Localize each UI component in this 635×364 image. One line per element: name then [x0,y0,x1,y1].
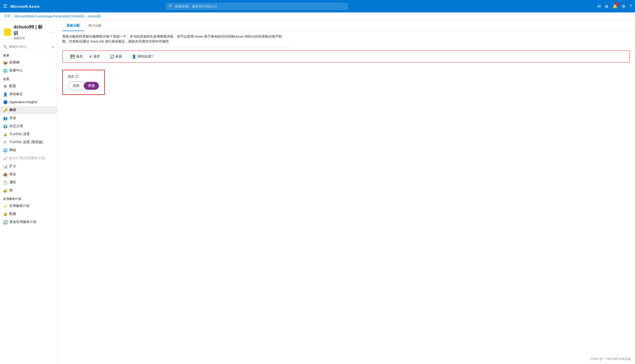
sidebar-item-deploy-slot[interactable]: 📦 部署槽 [0,59,57,67]
sidebar-search-input[interactable] [9,45,50,48]
breadcrumb-current[interactable]: dchuio99 [88,15,101,18]
sidebar-item-label: 部署槽 [9,60,19,65]
description-text: 系统分配的托管标识被限制为每个资源一个，并与此资源的生命周期相关联。你可以使用 … [57,31,291,47]
sidebar-item-label: 更改应用服务计划 [9,220,36,224]
tab-system-assigned[interactable]: 系统分配 [62,21,84,31]
sidebar-item-roles[interactable]: 👥 名份 [0,114,57,122]
roles-icon: 👥 [3,116,7,120]
breadcrumb-home[interactable]: 主页 [4,14,10,18]
tls-ssl-preview-icon: 🛡 [3,140,7,144]
scale-up-icon: 📈 [3,156,7,160]
help-icon[interactable]: ? [630,4,632,9]
sidebar-search-icon: 🔍 [3,45,7,49]
save-button[interactable]: 💾 保存 [68,53,85,60]
quota-icon: 💰 [3,212,7,216]
sidebar-item-custom-domain[interactable]: 🌍 自定义域 [0,122,57,130]
toolbar-separator-2 [127,54,127,59]
toggle-on-button[interactable]: 开启 [84,82,99,90]
toggle-off-button[interactable]: 关闭 [68,82,84,90]
sidebar-item-label: 属性 [9,180,16,185]
status-label: 状态 ⓘ [68,74,99,79]
sidebar-item-properties[interactable]: 📋 属性 [0,178,57,186]
discard-label: 放弃 [93,54,100,59]
tab-user-assigned[interactable]: 用户分配 [84,21,106,31]
sidebar-item-tls-ssl-preview[interactable]: 🛡 TLS/SSL 设置 (预览版) [0,138,57,146]
sidebar-item-app-service-plan[interactable]: ⚡ 应用服务计划 [0,202,57,210]
sidebar-item-label: 名份 [9,116,16,120]
page-header: ⚡ dchuio99 | 标识 函数应用 ··· [0,21,57,43]
more-options-icon[interactable]: ··· [50,30,53,34]
tabs-row: 系统分配 用户分配 [57,21,635,31]
sidebar-item-label: 自定义域 [9,124,23,128]
sidebar-item-config[interactable]: ⚙ 配置 [0,82,57,90]
search-icon: 🔍 [169,4,173,8]
page-title: dchuio99 | 标识 [13,24,45,36]
notification-badge: 6 [616,3,619,6]
sidebar-item-label: TLS/SSL 设置 (预览版) [9,140,43,144]
sidebar-item-deploy-center[interactable]: 🌐 部署中心 [0,67,57,75]
content-area: 系统分配 用户分配 系统分配的托管标识被限制为每个资源一个，并与此资源的生命周期… [57,21,635,364]
sidebar-item-lock[interactable]: 🔐 锁 [0,186,57,194]
discard-button[interactable]: ✕ 放弃 [86,53,103,60]
app-service-plan-icon: ⚡ [3,204,7,208]
page-icon: ⚡ [4,29,11,36]
sidebar-section-app-service-plan: 应用服务计划 [0,194,57,202]
sidebar-item-label: 配置 [9,84,16,88]
identity-icon: 🔑 [3,108,7,112]
breadcrumb-resource[interactable]: MicrosoftWeb-FunctionApp-Portal-9dcb3740… [15,15,84,18]
watermark: CSDN @一只特立独行的兔先森 [591,357,631,361]
save-icon: 💾 [70,54,75,59]
sidebar-section-settings: 设置 [0,75,57,82]
search-input[interactable] [175,4,345,8]
sidebar-item-auth[interactable]: 👤 身份验证 [0,90,57,98]
sidebar-item-label: 配额 [9,212,16,216]
main-layout: ⚡ dchuio99 | 标识 函数应用 ··· 🔍 « 部署 📦 部署槽 🌐 … [0,21,635,364]
app-logo: Microsoft Azure [10,4,40,9]
sidebar-item-identity[interactable]: 🔑 标识 [0,106,57,114]
page-subtitle: 函数应用 [13,36,45,40]
discard-icon: ✕ [89,54,92,59]
sidebar-item-push[interactable]: 📤 推送 [0,170,57,178]
top-navigation: ☰ Microsoft Azure 🔍 ✉ ⊞ 🔔 6 ⚙ ? [0,0,635,12]
breadcrumb: 主页 › MicrosoftWeb-FunctionApp-Portal-9dc… [0,12,635,20]
deploy-slot-icon: 📦 [3,61,7,65]
notification-icon[interactable]: 🔔 6 [612,4,618,9]
sidebar-item-quota[interactable]: 💰 配额 [0,210,57,218]
sidebar-item-label: 锁 [9,188,13,193]
refresh-button[interactable]: 🔄 刷新 [107,53,125,60]
search-bar[interactable]: 🔍 [166,3,348,10]
portal-icon[interactable]: ⊞ [605,4,608,9]
sidebar-collapse-button[interactable]: « [52,45,54,49]
feedback-label: 得到反馈? [137,54,153,59]
status-info-icon[interactable]: ⓘ [75,75,79,78]
app-insights-icon: 🔵 [3,100,7,104]
sidebar-item-scale-up: 📈 纵向扩展(应用服务计划) [0,154,57,162]
status-box: 状态 ⓘ 关闭 开启 [62,70,105,95]
sidebar-item-scale-out[interactable]: 📊 扩大 [0,162,57,170]
auth-icon: 👤 [3,92,7,96]
email-icon[interactable]: ✉ [597,4,601,9]
tls-ssl-icon: 🔒 [3,132,7,136]
sidebar-item-change-plan[interactable]: 🔄 更改应用服务计划 [0,218,57,226]
sidebar-item-label: TLS/SSL 设置 [9,132,30,136]
sidebar-item-tls-ssl[interactable]: 🔒 TLS/SSL 设置 [0,130,57,138]
network-icon: 🌐 [3,148,7,152]
refresh-label: 刷新 [115,54,122,59]
sidebar-item-app-insights[interactable]: 🔵 Application Insights [0,98,57,106]
toolbar-separator [105,54,105,59]
sidebar-item-label: 应用服务计划 [9,204,30,208]
settings-icon[interactable]: ⚙ [622,4,625,9]
config-icon: ⚙ [3,84,7,88]
refresh-icon: 🔄 [110,54,114,59]
hamburger-menu[interactable]: ☰ [3,3,7,9]
push-icon: 📤 [3,172,7,177]
sidebar-section-deploy: 部署 [0,51,57,59]
custom-domain-icon: 🌍 [3,124,7,128]
sidebar-item-network[interactable]: 🌐 网络 [0,146,57,154]
feedback-button[interactable]: 👤 得到反馈? [129,53,155,60]
feedback-icon: 👤 [132,54,136,59]
nav-icons: ✉ ⊞ 🔔 6 ⚙ ? [597,4,632,9]
sidebar-item-label: 身份验证 [9,92,23,96]
sidebar-search-bar: 🔍 « [0,43,57,51]
scale-out-icon: 📊 [3,164,7,169]
